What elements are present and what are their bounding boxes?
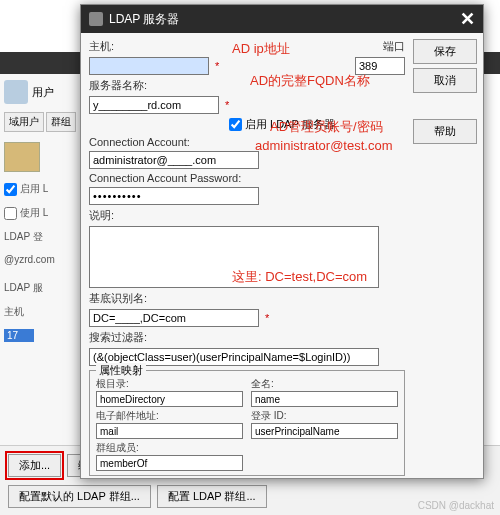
host-label: 主机:: [89, 39, 114, 54]
user-icon: [4, 80, 28, 104]
required-icon: *: [215, 60, 219, 72]
add-button[interactable]: 添加...: [8, 454, 61, 477]
host-col: 主机: [4, 305, 77, 319]
user-label: 用户: [32, 85, 54, 100]
email-input[interactable]: [96, 423, 243, 439]
conn-account-label: Connection Account:: [89, 136, 190, 148]
conn-password-label: Connection Account Password:: [89, 172, 241, 184]
cfg-ldap-group[interactable]: 配置 LDAP 群组...: [157, 485, 267, 508]
close-icon[interactable]: ✕: [460, 8, 475, 30]
chk-use-l[interactable]: [4, 207, 17, 220]
fullname-input[interactable]: [251, 391, 398, 407]
chk-enable-l[interactable]: [4, 183, 17, 196]
server-name-input[interactable]: [89, 96, 219, 114]
conn-account-input[interactable]: [89, 151, 259, 169]
desc-textarea[interactable]: [89, 226, 379, 288]
mapping-legend: 属性映射: [96, 363, 146, 378]
fullname-label: 全名:: [251, 377, 398, 391]
filter-label: 搜索过滤器:: [89, 330, 147, 345]
server-icon: [89, 12, 103, 26]
tab-group[interactable]: 群组: [46, 112, 76, 132]
basedn-label: 基底识别名:: [89, 291, 147, 306]
attribute-mapping-group: 属性映射 根目录: 全名: 电子邮件地址:: [89, 370, 405, 476]
loginid-input[interactable]: [251, 423, 398, 439]
port-input[interactable]: [355, 57, 405, 75]
at-domain: @yzrd.com: [4, 254, 77, 265]
desc-label: 说明:: [89, 208, 114, 223]
cancel-button[interactable]: 取消: [413, 68, 477, 93]
email-label: 电子邮件地址:: [96, 409, 243, 423]
conn-password-input[interactable]: [89, 187, 259, 205]
server-name-label: 服务器名称:: [89, 78, 147, 93]
enable-ldap-label: 启用 LDAP 服务器: [245, 117, 335, 132]
loginid-label: 登录 ID:: [251, 409, 398, 423]
rootdir-input[interactable]: [96, 391, 243, 407]
basedn-input[interactable]: [89, 309, 259, 327]
help-button[interactable]: 帮助: [413, 119, 477, 144]
host-input[interactable]: [89, 57, 209, 75]
save-button[interactable]: 保存: [413, 39, 477, 64]
enable-ldap-checkbox[interactable]: [229, 118, 242, 131]
ldap-server-section: LDAP 服: [4, 281, 77, 295]
ldap-server-dialog: LDAP 服务器 ✕ 主机: 端口 * 服务器名称: * 启用 LD: [80, 4, 484, 479]
rootdir-label: 根目录:: [96, 377, 243, 391]
folder-icon: [4, 142, 40, 172]
port-label: 端口: [383, 39, 405, 54]
group-label: 群组成员:: [96, 441, 243, 455]
tab-domain-user[interactable]: 域用户: [4, 112, 44, 132]
group-input[interactable]: [96, 455, 243, 471]
ldap-login-label: LDAP 登: [4, 230, 77, 244]
cfg-default-ldap-group[interactable]: 配置默认的 LDAP 群组...: [8, 485, 151, 508]
host-val[interactable]: 17: [4, 329, 34, 342]
dialog-title: LDAP 服务器: [109, 11, 454, 28]
watermark: CSDN @dackhat: [418, 500, 494, 511]
